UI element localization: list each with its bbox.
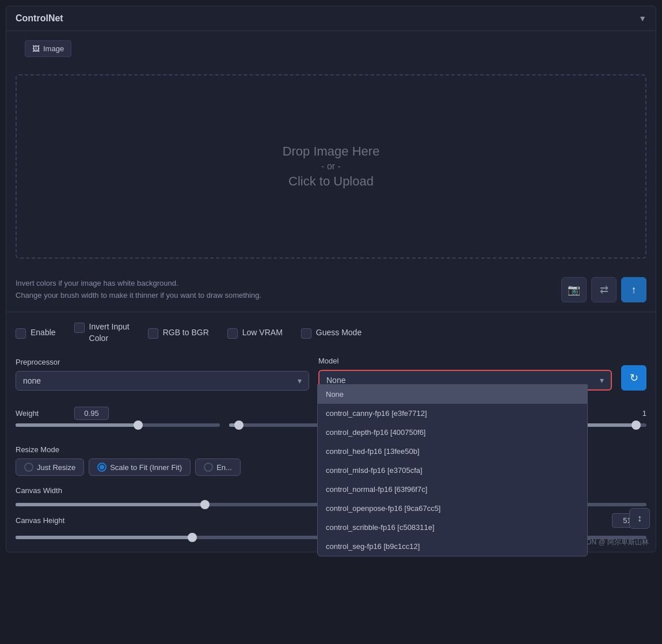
weight-value[interactable]: 0.95 bbox=[74, 407, 109, 420]
image-tab[interactable]: 🖼 Image bbox=[25, 40, 71, 57]
enable-checkbox-item[interactable]: Enable bbox=[16, 327, 56, 339]
model-chevron: ▾ bbox=[600, 376, 604, 385]
low-vram-checkbox[interactable] bbox=[227, 328, 238, 339]
swap-button[interactable]: ⇄ bbox=[591, 277, 617, 302]
model-option-scribble[interactable]: control_scribble-fp16 [c508311e] bbox=[318, 518, 587, 537]
resize-scale-to-fit[interactable]: Scale to Fit (Inner Fit) bbox=[89, 459, 191, 476]
canvas-width-label: Canvas Width bbox=[16, 486, 85, 495]
rgb-to-bgr-checkbox[interactable] bbox=[148, 328, 158, 339]
model-option-hed[interactable]: control_hed-fp16 [13fee50b] bbox=[318, 442, 587, 461]
info-section: Invert colors if your image has white ba… bbox=[6, 270, 656, 309]
camera-icon: 📷 bbox=[568, 283, 580, 296]
low-vram-label: Low VRAM bbox=[242, 327, 283, 339]
guidance-end-label: 1 bbox=[642, 409, 646, 418]
refresh-model-button[interactable]: ↻ bbox=[621, 365, 646, 391]
rgb-bgr-checkbox-item[interactable]: RGB to BGR bbox=[148, 327, 209, 339]
invert-input-color-checkbox[interactable] bbox=[74, 323, 85, 333]
preprocessor-group: Preprocessor none ▾ bbox=[16, 358, 309, 391]
panel-title: ControlNet bbox=[16, 13, 63, 24]
model-value: None bbox=[326, 376, 345, 385]
model-option-normal[interactable]: control_normal-fp16 [63f96f7c] bbox=[318, 480, 587, 499]
weight-label: Weight bbox=[16, 409, 67, 418]
upload-area[interactable]: Drop Image Here - or - Click to Upload bbox=[16, 74, 646, 259]
camera-button[interactable]: 📷 bbox=[561, 277, 587, 302]
scale-to-fit-label: Scale to Fit (Inner Fit) bbox=[110, 463, 182, 472]
swap-icon: ⇄ bbox=[600, 283, 608, 296]
invert-color-checkbox-item[interactable]: Invert InputColor bbox=[74, 321, 130, 344]
upload-icon: ↑ bbox=[631, 284, 637, 296]
model-option-canny[interactable]: control_canny-fp16 [e3fe7712] bbox=[318, 404, 587, 423]
enable-checkbox[interactable] bbox=[16, 328, 26, 339]
guess-mode-checkbox[interactable] bbox=[301, 328, 311, 339]
preprocessor-dropdown[interactable]: none ▾ bbox=[16, 371, 309, 391]
info-text: Invert colors if your image has white ba… bbox=[16, 278, 261, 302]
weight-slider-track[interactable] bbox=[16, 423, 220, 427]
model-option-mlsd[interactable]: control_mlsd-fp16 [e3705cfa] bbox=[318, 461, 587, 480]
model-option-depth[interactable]: control_depth-fp16 [400750f6] bbox=[318, 423, 587, 442]
controlnet-panel: ControlNet ▼ 🖼 Image Drop Image Here - o… bbox=[6, 6, 656, 552]
model-option-seg[interactable]: control_seg-fp16 [b9c1cc12] bbox=[318, 537, 587, 556]
envelope-radio[interactable] bbox=[204, 463, 213, 472]
scale-to-fit-radio[interactable] bbox=[97, 463, 106, 472]
image-tab-icon: 🖼 bbox=[32, 44, 40, 53]
model-label: Model bbox=[318, 357, 612, 365]
guess-mode-checkbox-item[interactable]: Guess Mode bbox=[301, 327, 362, 339]
preprocessor-label: Preprocessor bbox=[16, 358, 309, 366]
image-tab-label: Image bbox=[43, 44, 64, 53]
header-bar: ControlNet ▼ bbox=[6, 6, 656, 31]
invert-input-color-label: Invert InputColor bbox=[89, 321, 130, 344]
canvas-height-label: Canvas Height bbox=[16, 516, 85, 525]
collapse-chevron[interactable]: ▼ bbox=[638, 14, 646, 23]
envelope-label: En... bbox=[216, 463, 232, 472]
checkboxes-row: Enable Invert InputColor RGB to BGR Low … bbox=[6, 315, 656, 351]
resize-envelope[interactable]: En... bbox=[195, 459, 241, 476]
click-upload-text: Click to Upload bbox=[288, 174, 374, 189]
scroll-icon: ↕ bbox=[637, 513, 642, 524]
upload-button[interactable]: ↑ bbox=[621, 277, 646, 302]
preprocessor-value: none bbox=[23, 376, 41, 385]
scroll-button[interactable]: ↕ bbox=[629, 508, 650, 529]
low-vram-checkbox-item[interactable]: Low VRAM bbox=[227, 327, 283, 339]
model-dropdown-popup: None control_canny-fp16 [e3fe7712] contr… bbox=[317, 384, 588, 556]
drop-text: Drop Image Here bbox=[283, 144, 380, 159]
info-line1: Invert colors if your image has white ba… bbox=[16, 278, 261, 290]
rgb-to-bgr-label: RGB to BGR bbox=[163, 327, 209, 339]
just-resize-radio[interactable] bbox=[24, 463, 33, 472]
icon-buttons-group: 📷 ⇄ ↑ bbox=[561, 277, 646, 302]
resize-just-resize[interactable]: Just Resize bbox=[16, 459, 84, 476]
preprocessor-chevron: ▾ bbox=[298, 376, 302, 385]
dropdowns-section: Preprocessor none ▾ Model None ▾ ↻ bbox=[6, 351, 656, 401]
guess-mode-label: Guess Mode bbox=[316, 327, 362, 339]
info-line2: Change your brush width to make it thinn… bbox=[16, 290, 261, 302]
or-text: - or - bbox=[321, 161, 341, 172]
refresh-icon: ↻ bbox=[630, 372, 638, 384]
model-option-none[interactable]: None bbox=[318, 385, 587, 404]
just-resize-label: Just Resize bbox=[37, 463, 75, 472]
enable-label: Enable bbox=[31, 327, 56, 339]
model-option-openpose[interactable]: control_openpose-fp16 [9ca67cc5] bbox=[318, 499, 587, 518]
